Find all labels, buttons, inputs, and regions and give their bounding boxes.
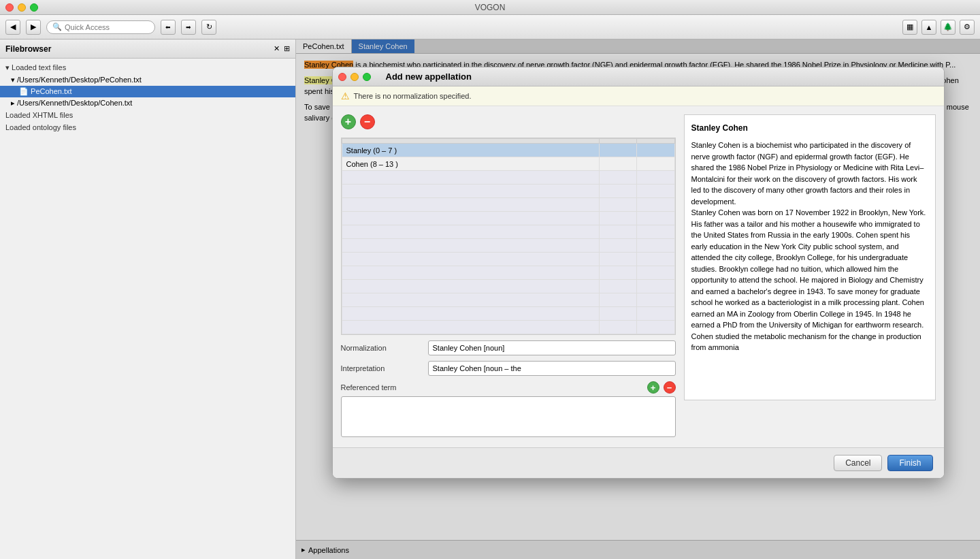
sidebar: Filebrowser ✕ ⊞ ▾ Loaded text files ▾ /U…: [0, 39, 296, 559]
main-layout: Filebrowser ✕ ⊞ ▾ Loaded text files ▾ /U…: [0, 39, 980, 559]
tree-icon[interactable]: 🌲: [941, 20, 956, 35]
table-row-empty: [342, 321, 674, 334]
sidebar-close-icon[interactable]: ✕: [274, 44, 280, 53]
table-row-empty: [342, 198, 674, 212]
table-row-empty: [342, 171, 674, 185]
table-row-empty: [342, 239, 674, 253]
sidebar-tree: ▾ Loaded text files ▾ /Users/Kenneth/Des…: [0, 59, 295, 559]
refresh-icon[interactable]: ↻: [201, 20, 216, 35]
window-controls: [5, 3, 38, 12]
info-panel-title: Stanley Cohen: [691, 122, 928, 134]
token-text: Stanley (0 – 7 ): [342, 144, 600, 157]
table-row-empty: [342, 293, 674, 307]
table-row[interactable]: Cohen (8 – 13 ): [342, 157, 674, 171]
forward-button[interactable]: ▶: [26, 20, 41, 35]
token-col3: [637, 144, 674, 157]
interpretation-label: Interpretation: [341, 364, 423, 372]
search-icon: 🔍: [52, 22, 62, 31]
dialog-info-panel: Stanley Cohen Stanley Cohen is a biochem…: [684, 114, 936, 400]
settings-icon[interactable]: ⚙: [960, 20, 975, 35]
add-appellation-dialog: Add new appellation ⚠ There is no normal…: [332, 67, 945, 479]
token-table: Stanley (0 – 7 ) Cohen (8 – 13 ): [341, 138, 676, 335]
sidebar-item-cohen-folder[interactable]: ▸ /Users/Kenneth/Desktop/Cohen.txt: [0, 97, 295, 109]
sidebar-title: Filebrowser: [5, 44, 274, 54]
table-row-empty: [342, 266, 674, 280]
content-area: PeCohen.txt Stanley Cohen Stanley Cohen …: [296, 39, 980, 559]
remove-token-button[interactable]: −: [360, 114, 375, 129]
toolbar: ◀ ▶ 🔍 ⬅ ➡ ↻ ▦ ▲ 🌲 ⚙: [0, 15, 980, 39]
back-button[interactable]: ◀: [5, 20, 20, 35]
dialog-minimize-icon[interactable]: [350, 73, 359, 81]
referenced-term-row: Referenced term + −: [341, 381, 676, 394]
sidebar-item-pecohen-file[interactable]: 📄 PeCohen.txt: [0, 86, 295, 97]
warning-text: There is no normalization specified.: [354, 92, 472, 100]
app-title: VOGON: [475, 3, 506, 12]
minimize-icon[interactable]: [18, 3, 26, 12]
col-3: [637, 139, 674, 144]
close-icon[interactable]: [5, 3, 14, 12]
table-row-empty: [342, 185, 674, 198]
dialog-footer: Cancel Finish: [333, 447, 944, 478]
sidebar-expand-icon[interactable]: ⊞: [284, 44, 290, 53]
interpretation-input[interactable]: [428, 361, 676, 376]
maximize-icon[interactable]: [30, 3, 38, 12]
referenced-term-section: Referenced term + −: [341, 381, 676, 439]
add-ref-button[interactable]: +: [647, 381, 659, 394]
dialog-left-panel: + −: [341, 114, 676, 439]
table-row-empty: [342, 253, 674, 266]
sidebar-item-xhtml: Loaded XHTML files: [0, 109, 295, 121]
nav-forward-icon[interactable]: ➡: [181, 20, 196, 35]
interpretation-row: Interpretation: [341, 361, 676, 376]
dialog-overlay: Add new appellation ⚠ There is no normal…: [296, 39, 980, 559]
search-input[interactable]: [65, 23, 159, 31]
normalization-label: Normalization: [341, 344, 423, 352]
dialog-title: Add new appellation: [338, 71, 938, 82]
table-row[interactable]: Stanley (0 – 7 ): [342, 144, 674, 157]
add-token-button[interactable]: +: [341, 114, 356, 129]
dialog-close-icon[interactable]: [338, 73, 346, 81]
finish-button[interactable]: Finish: [887, 455, 932, 471]
dialog-warning: ⚠ There is no normalization specified.: [333, 86, 944, 106]
dialog-maximize-icon[interactable]: [363, 73, 371, 81]
token-col2: [600, 157, 637, 171]
sort-icon[interactable]: ▲: [921, 20, 936, 35]
search-box[interactable]: 🔍: [46, 20, 155, 34]
add-remove-row: + −: [341, 114, 676, 129]
table-row-empty: [342, 225, 674, 239]
normalization-row: Normalization: [341, 340, 676, 355]
info-panel-text: Stanley Cohen is a biochemist who partic…: [691, 140, 928, 353]
title-bar: VOGON: [0, 0, 980, 15]
normalization-input[interactable]: [428, 340, 676, 355]
token-list: Stanley (0 – 7 ) Cohen (8 – 13 ): [342, 138, 675, 334]
table-row-empty: [342, 212, 674, 225]
dialog-body: + −: [333, 106, 944, 447]
grid-icon[interactable]: ▦: [902, 20, 917, 35]
sidebar-item-pecohen-folder[interactable]: ▾ /Users/Kenneth/Desktop/PeCohen.txt: [0, 74, 295, 86]
remove-ref-button[interactable]: −: [664, 381, 676, 394]
sidebar-item-loaded-text: ▾ Loaded text files: [0, 61, 295, 74]
token-col2: [600, 144, 637, 157]
referenced-term-area[interactable]: [341, 396, 676, 437]
sidebar-item-ontology: Loaded ontology files: [0, 121, 295, 133]
table-row-empty: [342, 307, 674, 321]
nav-back-icon[interactable]: ⬅: [161, 20, 176, 35]
table-row-empty: [342, 280, 674, 293]
token-col3: [637, 157, 674, 171]
toolbar-right: ▦ ▲ 🌲 ⚙: [902, 20, 975, 35]
dialog-window-controls: [338, 73, 371, 81]
dialog-title-bar: Add new appellation: [333, 67, 944, 86]
warning-icon: ⚠: [341, 91, 350, 101]
referenced-term-label: Referenced term: [341, 383, 643, 392]
token-text: Cohen (8 – 13 ): [342, 157, 600, 171]
col-2: [600, 139, 637, 144]
cancel-button[interactable]: Cancel: [834, 455, 882, 471]
col-token: [342, 139, 600, 144]
sidebar-header: Filebrowser ✕ ⊞: [0, 39, 295, 59]
